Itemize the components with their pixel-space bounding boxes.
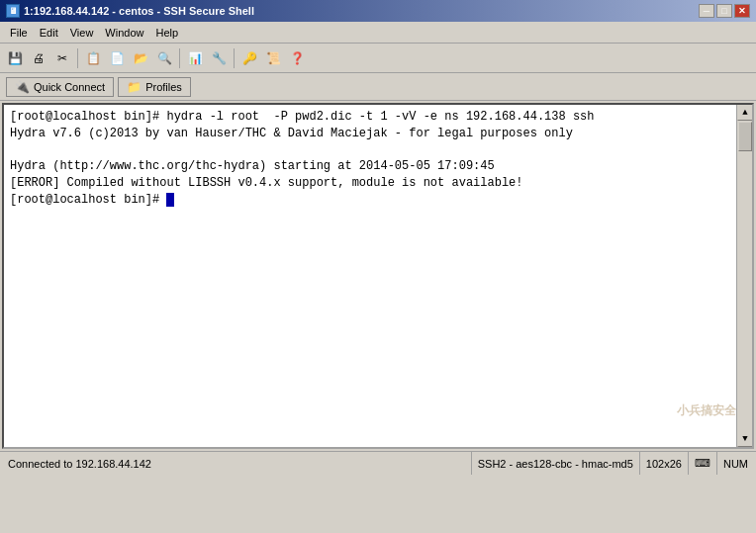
terminal-cursor	[166, 193, 174, 207]
profiles-label: Profiles	[145, 81, 182, 93]
vertical-scrollbar[interactable]: ▲ ▼	[736, 105, 752, 447]
tb-cut[interactable]: ✂	[51, 47, 73, 69]
scroll-thumb[interactable]	[738, 122, 752, 151]
menu-file[interactable]: File	[4, 25, 34, 41]
connect-icon: 🔌	[15, 80, 30, 94]
terminal-output[interactable]: [root@localhost bin]# hydra -l root -P p…	[4, 105, 736, 447]
tb-copy[interactable]: 📋	[82, 47, 104, 69]
num-lock-text: NUM	[723, 458, 748, 470]
menu-edit[interactable]: Edit	[34, 25, 64, 41]
title-bar: 🖥 1:192.168.44.142 - centos - SSH Secure…	[0, 0, 756, 22]
quickconnect-bar: 🔌 Quick Connect 📁 Profiles	[0, 73, 756, 101]
close-button[interactable]: ✕	[734, 4, 750, 18]
tb-search[interactable]: 🔍	[153, 47, 175, 69]
menu-bar: File Edit View Window Help	[0, 22, 756, 44]
encryption-text: SSH2 - aes128-cbc - hmac-md5	[478, 458, 633, 470]
connected-text: Connected to 192.168.44.142	[8, 458, 151, 470]
tb-sep2	[179, 48, 180, 68]
tb-keygen[interactable]: 🔑	[238, 47, 260, 69]
tb-settings[interactable]: 🔧	[208, 47, 230, 69]
keyboard-icon: ⌨	[695, 457, 710, 470]
terminal-container: [root@localhost bin]# hydra -l root -P p…	[2, 103, 754, 449]
tb-sep1	[77, 48, 78, 68]
menu-view[interactable]: View	[64, 25, 100, 41]
quick-connect-button[interactable]: 🔌 Quick Connect	[6, 77, 114, 97]
quick-connect-label: Quick Connect	[34, 81, 105, 93]
status-dimensions: 102x26	[640, 452, 689, 475]
tb-sep3	[234, 48, 235, 68]
minimize-button[interactable]: ─	[699, 4, 714, 18]
main-content: [root@localhost bin]# hydra -l root -P p…	[0, 103, 756, 449]
status-encryption: SSH2 - aes128-cbc - hmac-md5	[472, 452, 640, 475]
menu-window[interactable]: Window	[99, 25, 149, 41]
maximize-button[interactable]: □	[716, 4, 732, 18]
status-keyboard-icon: ⌨	[689, 452, 717, 475]
tb-cert[interactable]: 📜	[262, 47, 284, 69]
window-icon: 🖥	[6, 4, 20, 18]
status-num: NUM	[717, 452, 754, 475]
dimensions-text: 102x26	[646, 458, 682, 470]
tb-help[interactable]: ❓	[286, 47, 308, 69]
scroll-up-button[interactable]: ▲	[737, 105, 753, 121]
tb-save[interactable]: 💾	[4, 47, 26, 69]
tb-paste[interactable]: 📄	[106, 47, 128, 69]
watermark: 小兵搞安全	[677, 402, 736, 419]
status-connected: Connected to 192.168.44.142	[2, 452, 472, 475]
status-bar: Connected to 192.168.44.142 SSH2 - aes12…	[0, 451, 756, 475]
profiles-icon: 📁	[127, 80, 142, 94]
tb-print[interactable]: 🖨	[28, 47, 49, 69]
toolbar: 💾 🖨 ✂ 📋 📄 📂 🔍 📊 🔧 🔑 📜 ❓	[0, 44, 756, 73]
profiles-button[interactable]: 📁 Profiles	[118, 77, 191, 97]
tb-monitor[interactable]: 📊	[184, 47, 206, 69]
window-title: 1:192.168.44.142 - centos - SSH Secure S…	[24, 5, 254, 17]
scroll-track	[737, 121, 752, 431]
menu-help[interactable]: Help	[149, 25, 184, 41]
scroll-down-button[interactable]: ▼	[737, 431, 753, 447]
tb-open[interactable]: 📂	[130, 47, 151, 69]
